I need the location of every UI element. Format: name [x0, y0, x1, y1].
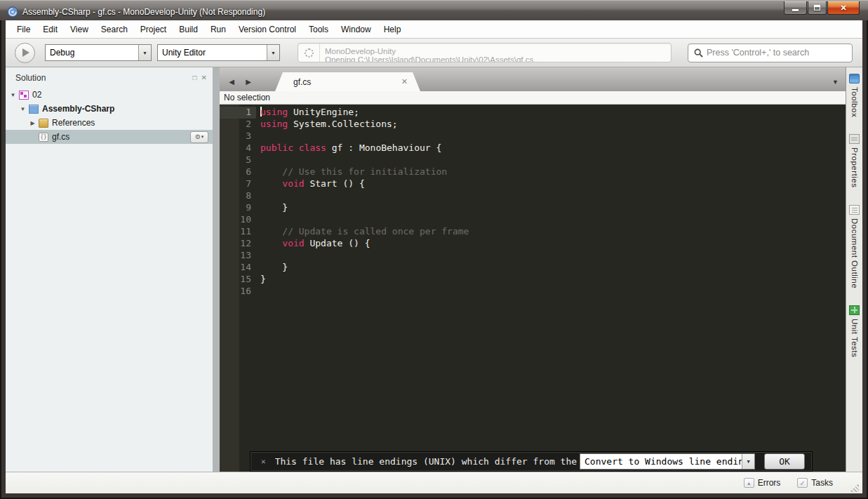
code-lines: 1using UnityEngine;2using System.Collect…	[220, 105, 846, 298]
window-title: Assembly-CSharp - gf.cs - MonoDevelop-Un…	[22, 7, 265, 17]
menu-project[interactable]: Project	[134, 22, 173, 37]
expander-icon[interactable]: ▼	[8, 92, 18, 98]
line-number[interactable]: 11	[220, 226, 256, 238]
line-number[interactable]: 7	[220, 178, 256, 190]
tree-item-02[interactable]: ▼02	[6, 88, 213, 102]
line-number[interactable]: 1	[220, 107, 256, 119]
line-number[interactable]: 13	[220, 250, 256, 262]
code-line[interactable]: 2using System.Collections;	[220, 119, 846, 131]
line-text: void Start () {	[256, 178, 365, 190]
line-number[interactable]: 16	[220, 286, 256, 298]
chevron-down-icon[interactable]: ▼	[138, 45, 151, 60]
menu-run[interactable]: Run	[204, 22, 232, 37]
close-pad-icon[interactable]: ✕	[201, 74, 207, 81]
line-number[interactable]: 9	[220, 202, 256, 214]
menu-search[interactable]: Search	[95, 22, 134, 37]
line-number[interactable]: 10	[220, 214, 256, 226]
tree-item-references[interactable]: ▶References	[6, 116, 213, 130]
code-line[interactable]: 11 // Update is called once per frame	[220, 226, 846, 238]
solution-pad-header: Solution □ ✕	[6, 67, 213, 88]
code-line[interactable]: 5	[220, 154, 846, 166]
dock-pad-icon[interactable]: □	[193, 74, 197, 81]
menu-version-control[interactable]: Version Control	[232, 22, 302, 37]
code-line[interactable]: 6 // Use this for initialization	[220, 166, 846, 178]
tree-item-label: Assembly-CSharp	[42, 104, 114, 114]
menu-tools[interactable]: Tools	[302, 22, 335, 37]
status-text: MonoDevelop-Unity Opening C:\Users\Islan…	[319, 44, 533, 62]
close-button[interactable]: ✕	[827, 1, 860, 15]
code-line[interactable]: 12 void Update () {	[220, 238, 846, 250]
expander-icon[interactable]: ▼	[18, 106, 27, 112]
dock-tab-properties[interactable]: Properties	[849, 134, 860, 187]
line-text: public class gf : MonoBehaviour {	[256, 142, 441, 154]
breadcrumb[interactable]: No selection	[220, 91, 846, 105]
errors-button[interactable]: ▲ Errors	[744, 478, 781, 488]
line-number[interactable]: 12	[220, 238, 256, 250]
project-icon	[29, 105, 39, 114]
search-input[interactable]	[707, 48, 852, 58]
line-text: // Use this for initialization	[256, 166, 447, 178]
line-number[interactable]: 5	[220, 154, 256, 166]
line-number[interactable]: 3	[220, 131, 256, 142]
chevron-down-icon[interactable]: ▼	[742, 454, 754, 469]
line-number[interactable]: 8	[220, 190, 256, 202]
code-line[interactable]: 16	[220, 286, 846, 298]
line-number[interactable]: 15	[220, 274, 256, 286]
run-target-selector[interactable]: Unity Editor ▼	[157, 44, 280, 61]
code-line[interactable]: 13	[220, 250, 846, 262]
code-editor[interactable]: 1using UnityEngine;2using System.Collect…	[220, 105, 846, 472]
dock-tab-document-outline[interactable]: Document Outline	[849, 205, 860, 288]
chevron-down-icon[interactable]: ▼	[267, 45, 279, 60]
status-title: MonoDevelop-Unity	[325, 47, 533, 55]
line-number[interactable]: 14	[220, 262, 256, 274]
notification-close-icon[interactable]: ✕	[261, 457, 266, 466]
tree-item-assembly-csharp[interactable]: ▼Assembly-CSharp	[6, 102, 213, 116]
line-number[interactable]: 6	[220, 166, 256, 178]
item-options-button[interactable]: ⚙▾	[190, 131, 208, 143]
code-line[interactable]: 1using UnityEngine;	[220, 107, 846, 119]
minimize-button[interactable]	[784, 1, 807, 15]
code-line[interactable]: 3	[220, 131, 846, 142]
code-line[interactable]: 8	[220, 190, 846, 202]
references-icon	[39, 119, 48, 128]
configuration-selector[interactable]: Debug ▼	[45, 44, 152, 61]
tree-item-gf-cs[interactable]: {}gf.cs⚙▾	[6, 130, 213, 144]
pad-splitter[interactable]	[213, 67, 220, 472]
menu-edit[interactable]: Edit	[36, 22, 64, 37]
dock-tab-unit-tests[interactable]: Unit Tests	[849, 305, 860, 357]
maximize-button[interactable]	[808, 1, 827, 15]
expander-icon[interactable]: ▶	[28, 120, 37, 126]
code-line[interactable]: 14 }	[220, 262, 846, 274]
line-ending-action-selector[interactable]: Convert to Windows line endings ▼	[580, 453, 755, 470]
menu-file[interactable]: File	[11, 22, 36, 37]
tab-list-dropdown-icon[interactable]: ▼	[832, 79, 839, 86]
run-button[interactable]	[15, 43, 35, 63]
global-search[interactable]	[688, 44, 853, 62]
line-text	[256, 190, 260, 202]
menu-help[interactable]: Help	[378, 22, 408, 37]
code-line[interactable]: 7 void Start () {	[220, 178, 846, 190]
tab-gf-cs[interactable]: gf.cs ✕	[275, 72, 420, 91]
ok-button[interactable]: OK	[764, 453, 805, 470]
nav-forward-icon[interactable]: ▶	[240, 73, 257, 90]
nav-back-icon[interactable]: ◀	[223, 73, 240, 90]
code-line[interactable]: 10	[220, 214, 846, 226]
code-line[interactable]: 15}	[220, 274, 846, 286]
menu-window[interactable]: Window	[335, 22, 378, 37]
line-text	[256, 214, 260, 226]
dock-tab-toolbox[interactable]: Toolbox	[849, 74, 860, 117]
resize-grip[interactable]	[850, 483, 859, 492]
line-number[interactable]: 2	[220, 119, 256, 131]
menu-build[interactable]: Build	[173, 22, 204, 37]
right-dock: ToolboxPropertiesDocument OutlineUnit Te…	[846, 67, 862, 472]
line-text: void Update () {	[256, 238, 370, 250]
code-line[interactable]: 4public class gf : MonoBehaviour {	[220, 142, 846, 154]
tab-close-icon[interactable]: ✕	[401, 77, 408, 86]
tasks-button[interactable]: ✓ Tasks	[797, 478, 833, 488]
line-number[interactable]: 4	[220, 142, 256, 154]
title-bar[interactable]: Assembly-CSharp - gf.cs - MonoDevelop-Un…	[0, 0, 868, 20]
play-icon	[22, 48, 29, 57]
code-line[interactable]: 9 }	[220, 202, 846, 214]
menu-view[interactable]: View	[64, 22, 95, 37]
line-text: using System.Collections;	[256, 119, 398, 131]
